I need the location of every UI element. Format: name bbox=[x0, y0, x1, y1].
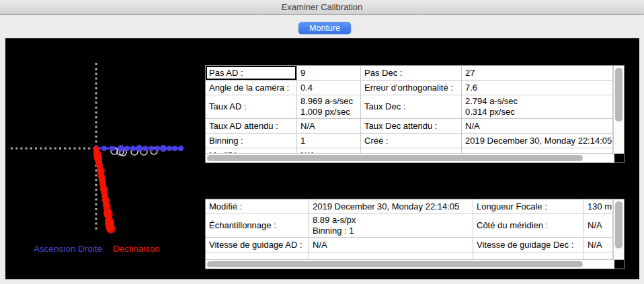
table-label-cell[interactable]: Binning : bbox=[206, 134, 297, 148]
table-row: Vitesse de guidage AD :N/AVitesse de gui… bbox=[206, 238, 613, 252]
table-value-cell[interactable]: N/A bbox=[309, 238, 473, 252]
table-value-cell[interactable]: N/A bbox=[584, 238, 613, 252]
table-label-cell[interactable]: Vitesse de guidage AD : bbox=[206, 238, 309, 252]
calibration-table-bottom: Modifié :2019 December 30, Monday 22:14:… bbox=[205, 199, 625, 269]
table-value-cell[interactable]: N/A bbox=[462, 119, 613, 133]
vertical-scrollbar-thumb[interactable] bbox=[615, 201, 622, 248]
table-value-cell[interactable]: 1 bbox=[297, 134, 361, 148]
dec-axis-label: Déclinaison bbox=[113, 244, 160, 254]
table-row: Pas AD :9Pas Dec :27 bbox=[206, 66, 613, 81]
horizontal-scrollbar[interactable] bbox=[206, 260, 614, 269]
table-value-cell[interactable] bbox=[584, 252, 613, 259]
table-row: Modifié :N/A bbox=[206, 148, 613, 153]
vertical-scrollbar-thumb[interactable] bbox=[615, 68, 622, 122]
table-value-cell[interactable]: N/A bbox=[297, 119, 361, 133]
table-value-cell[interactable] bbox=[309, 252, 473, 259]
table-label-cell[interactable] bbox=[473, 252, 584, 259]
horizontal-scrollbar-thumb[interactable] bbox=[207, 261, 583, 267]
table-label-cell[interactable]: Taux AD attendu : bbox=[206, 119, 297, 133]
table-label-cell[interactable]: Angle de la caméra : bbox=[206, 81, 297, 95]
table-label-cell[interactable]: Pas AD : bbox=[206, 66, 297, 80]
table-value-cell[interactable]: 7.6 bbox=[462, 81, 613, 95]
table-value-cell[interactable]: 2.794 a-s/sec0.314 px/sec bbox=[462, 95, 613, 118]
table-label-cell[interactable] bbox=[206, 252, 309, 259]
table-label-cell[interactable]: Créé : bbox=[361, 134, 462, 148]
table-value-cell[interactable]: N/A bbox=[584, 214, 613, 237]
table-value-cell[interactable]: 0.4 bbox=[297, 81, 361, 95]
table-label-cell[interactable]: Taux Dec attendu : bbox=[361, 119, 462, 133]
table-row: Angle de la caméra :0.4Erreur d'orthogon… bbox=[206, 81, 613, 95]
table-value-cell[interactable]: 27 bbox=[462, 66, 613, 80]
resize-corner[interactable] bbox=[614, 260, 624, 269]
table-label-cell[interactable]: Échantillonnage : bbox=[206, 214, 309, 237]
table-value-cell[interactable]: N/A bbox=[297, 148, 361, 153]
calibration-table-top: Pas AD :9Pas Dec :27Angle de la caméra :… bbox=[205, 65, 625, 163]
horizontal-scrollbar[interactable] bbox=[206, 154, 614, 162]
title-bar[interactable]: Examiner Calibration bbox=[0, 0, 644, 15]
table-row: Taux AD :8.969 a-s/sec1.009 px/secTaux D… bbox=[206, 95, 613, 119]
table-value-cell[interactable]: 2019 December 30, Monday 22:14:05 bbox=[309, 199, 473, 214]
table-row: Taux AD attendu :N/ATaux Dec attendu :N/… bbox=[206, 119, 613, 134]
table-row: Modifié :2019 December 30, Monday 22:14:… bbox=[206, 199, 613, 214]
horizontal-scrollbar-thumb[interactable] bbox=[207, 155, 583, 161]
vertical-scrollbar[interactable] bbox=[613, 199, 624, 259]
table-value-cell[interactable] bbox=[462, 148, 613, 153]
table-label-cell[interactable]: Taux AD : bbox=[206, 95, 297, 118]
table-label-cell[interactable]: Modifié : bbox=[206, 199, 309, 214]
table-value-cell[interactable]: 9 bbox=[297, 66, 361, 80]
resize-corner[interactable] bbox=[614, 154, 624, 162]
vertical-scrollbar[interactable] bbox=[613, 66, 624, 153]
table-label-cell[interactable]: Modifié : bbox=[206, 148, 297, 153]
table-rows: Pas AD :9Pas Dec :27Angle de la caméra :… bbox=[206, 66, 613, 153]
ra-axis-label: Ascension Droite bbox=[34, 244, 102, 254]
table-label-cell[interactable]: Côté du méridien : bbox=[473, 214, 584, 237]
table-row: Échantillonnage :8.89 a-s/pxBinning : 1C… bbox=[206, 214, 613, 238]
table-label-cell[interactable]: Taux Dec : bbox=[361, 95, 462, 118]
table-rows: Modifié :2019 December 30, Monday 22:14:… bbox=[206, 199, 613, 259]
window-title: Examiner Calibration bbox=[282, 2, 363, 12]
table-row bbox=[206, 252, 613, 259]
table-label-cell[interactable] bbox=[361, 148, 462, 153]
table-value-cell[interactable]: 2019 December 30, Monday 22:14:05 bbox=[462, 134, 613, 148]
table-value-cell[interactable]: 8.969 a-s/sec1.009 px/sec bbox=[297, 95, 361, 118]
table-label-cell[interactable]: Vitesse de guidage Dec : bbox=[473, 238, 584, 252]
table-value-cell[interactable]: 130 mm bbox=[584, 199, 613, 214]
mount-button[interactable]: Monture bbox=[298, 22, 351, 34]
table-label-cell[interactable]: Longueur Focale : bbox=[473, 199, 584, 214]
table-label-cell[interactable]: Erreur d'orthogonalité : bbox=[361, 81, 462, 95]
table-label-cell[interactable]: Pas Dec : bbox=[361, 66, 462, 80]
table-row: Binning :1Créé :2019 December 30, Monday… bbox=[206, 134, 613, 148]
table-value-cell[interactable]: 8.89 a-s/pxBinning : 1 bbox=[309, 214, 473, 237]
